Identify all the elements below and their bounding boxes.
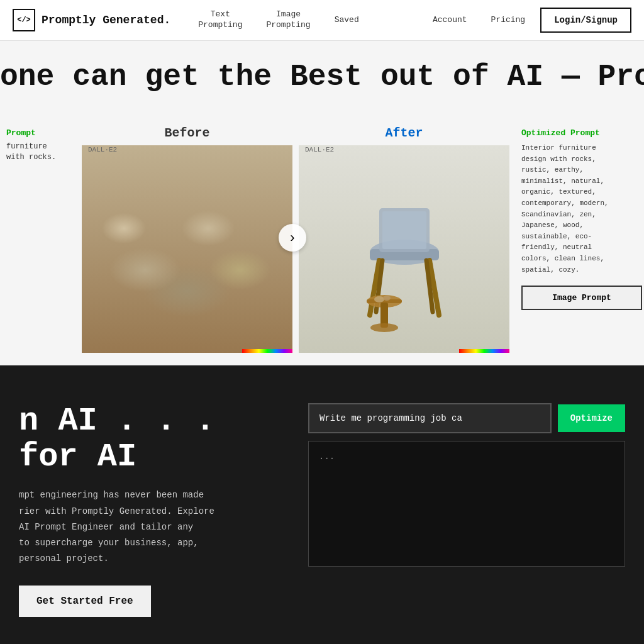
optimized-text: Interior furniture design with rocks, ru… [521, 143, 642, 275]
prompt-input[interactable] [308, 403, 552, 433]
chair-svg [341, 164, 467, 340]
dall-e-after-label: DALL·E2 [305, 146, 334, 153]
demo-left-panel: Prompt furniture with rocks. [0, 122, 82, 169]
image-prompt-button[interactable]: Image Prompt [521, 286, 642, 310]
optimize-button[interactable]: Optimize [558, 404, 625, 432]
header: </> Promptly Generated. Text Prompting I… [0, 0, 644, 41]
next-arrow-button[interactable]: › [279, 224, 306, 252]
demo-after: After DALL·E2 [299, 122, 509, 353]
optimized-panel: Optimized Prompt Interior furniture desi… [513, 122, 644, 316]
after-label: After [299, 122, 509, 145]
prompt-label: Prompt [6, 128, 75, 138]
svg-point-13 [383, 296, 391, 301]
demo-before: Before DALL·E2 › [82, 122, 292, 353]
dark-left: n AI . . . for AI mpt engineering has ne… [19, 403, 283, 617]
chair-image [299, 145, 509, 353]
arrow-icon: › [290, 230, 294, 246]
hero-title: one can get the Best out of AI — Prompt … [0, 53, 644, 103]
svg-point-11 [370, 323, 398, 332]
svg-point-12 [374, 296, 384, 303]
demo-section: Prompt furniture with rocks. Before DALL… [0, 116, 644, 365]
before-image [82, 145, 292, 353]
get-started-button[interactable]: Get Started Free [19, 586, 151, 617]
color-bar-after [459, 349, 509, 353]
nav-item-saved[interactable]: Saved [326, 10, 368, 31]
dark-title: n AI . . . for AI [19, 403, 283, 475]
output-area: ... [308, 441, 625, 567]
hero-banner: one can get the Best out of AI — Prompt … [0, 41, 644, 116]
color-bar-before [242, 349, 292, 353]
nav-item-account[interactable]: Account [424, 10, 476, 31]
prompt-input-row: Optimize [308, 403, 625, 433]
logo-icon: </> [13, 9, 35, 31]
dark-right: Optimize ... [308, 403, 625, 617]
after-image [299, 145, 509, 353]
logo-text: Promptly Generated. [42, 14, 170, 26]
nav-item-text-prompting[interactable]: Text Prompting [189, 4, 251, 36]
optimized-label: Optimized Prompt [521, 128, 642, 138]
before-label: Before [82, 122, 292, 145]
logo[interactable]: </> Promptly Generated. [13, 9, 170, 31]
dark-section: n AI . . . for AI mpt engineering has ne… [0, 365, 644, 644]
dark-description: mpt engineering has never been made rier… [19, 487, 283, 567]
login-signup-button[interactable]: Login/Signup [540, 8, 631, 33]
rocks-image [82, 145, 292, 353]
dall-e-before-label: DALL·E2 [88, 146, 117, 153]
nav: Text Prompting Image Prompting Saved Acc… [189, 4, 631, 36]
prompt-text: furniture with rocks. [6, 142, 75, 163]
nav-item-pricing[interactable]: Pricing [482, 10, 535, 31]
svg-rect-3 [382, 211, 426, 249]
nav-item-image-prompting[interactable]: Image Prompting [257, 4, 319, 36]
